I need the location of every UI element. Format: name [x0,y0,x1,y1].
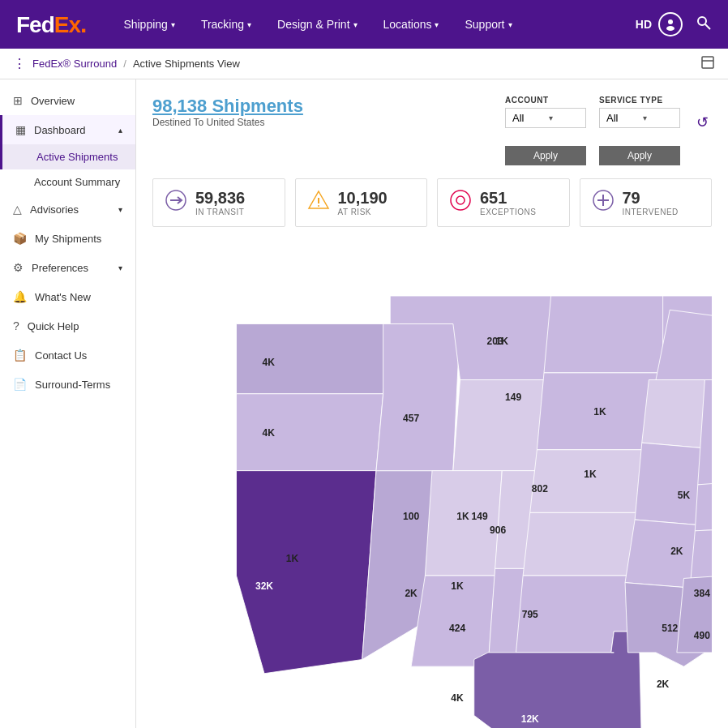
service-type-filter-group: SERVICE TYPE All ▾ Apply [599,96,680,165]
svg-text:2K: 2K [405,588,418,599]
intervened-info: 79 INTERVENED [623,189,679,216]
fedex-logo[interactable]: FedEx. [16,11,86,38]
user-initials: HD [636,18,652,31]
account-filter-select[interactable]: All ▾ [505,108,586,128]
user-menu[interactable]: HD [636,12,683,36]
svg-text:5K: 5K [678,490,691,501]
svg-text:795: 795 [522,609,538,620]
svg-text:4K: 4K [451,692,464,704]
intervened-number: 79 [623,189,679,208]
sidebar-item-active-shipments[interactable]: Active Shipments [0,144,135,169]
breadcrumb: ⋮ FedEx® Surround / Active Shipments Vie… [0,49,728,79]
svg-text:1K: 1K [286,553,299,564]
risk-number: 10,190 [338,189,388,208]
svg-text:906: 906 [490,525,506,536]
sidebar-item-contact-us[interactable]: 📋 Contact Us [0,340,135,370]
sidebar-item-label: Contact Us [35,349,87,362]
sidebar-item-surround-terms[interactable]: 📄 Surround-Terms [0,370,135,399]
svg-text:1K: 1K [496,336,509,347]
service-type-filter-select[interactable]: All ▾ [599,108,680,128]
sidebar-item-label: My Shipments [35,233,101,245]
account-apply-button[interactable]: Apply [505,146,586,165]
svg-point-11 [451,191,470,210]
svg-text:149: 149 [472,511,488,522]
breadcrumb-app-link[interactable]: FedEx® Surround [32,58,117,70]
chevron-down-icon: ▾ [549,113,579,122]
user-avatar-circle [658,12,683,36]
svg-point-12 [456,196,465,204]
sidebar-item-label: What's New [35,291,91,303]
svg-point-1 [666,26,674,31]
nav-shipping[interactable]: Shipping ▾ [110,0,188,49]
sidebar-subitem-label: Account Summary [34,176,120,188]
service-type-filter-label: SERVICE TYPE [599,96,680,105]
shipment-subtitle: Destined To United States [152,117,505,128]
main-content: 98,138 Shipments Destined To United Stat… [136,79,728,728]
svg-point-10 [318,205,319,207]
sidebar-item-label: Advisories [30,203,79,216]
svg-text:424: 424 [449,623,465,634]
breadcrumb-current-page: Active Shipments View [133,58,240,70]
exception-icon [449,189,472,216]
nav-tracking[interactable]: Tracking ▾ [188,0,264,49]
chevron-down-icon: ▾ [353,20,358,29]
stat-exceptions[interactable]: 651 EXCEPTIONS [437,178,570,227]
shipment-count[interactable]: 98,138 Shipments [152,96,505,117]
sidebar-item-my-shipments[interactable]: 📦 My Shipments [0,224,135,253]
sidebar-item-overview[interactable]: ⊞ Overview [0,86,135,115]
sidebar-item-advisories[interactable]: △ Advisories ▾ [0,195,135,224]
breadcrumb-action-icon[interactable] [700,55,715,72]
content-header: 98,138 Shipments Destined To United Stat… [152,96,712,165]
nav-links: Shipping ▾ Tracking ▾ Design & Print ▾ L… [110,0,635,49]
sidebar-item-whats-new[interactable]: 🔔 What's New [0,282,135,311]
svg-text:1K: 1K [456,511,469,522]
transit-label: IN TRANSIT [195,208,245,216]
risk-info: 10,190 AT RISK [338,189,388,216]
svg-rect-4 [702,57,713,68]
breadcrumb-dots-icon[interactable]: ⋮ [13,56,26,71]
account-filter-label: ACCOUNT [505,96,586,105]
svg-text:32K: 32K [255,580,273,592]
svg-text:149: 149 [505,392,521,403]
logo-ex: Ex [54,12,80,37]
svg-point-2 [698,17,706,25]
account-filter-group: ACCOUNT All ▾ Apply [505,96,586,165]
overview-icon: ⊞ [13,94,23,107]
terms-icon: 📄 [13,378,27,391]
svg-text:1K: 1K [584,469,597,480]
service-type-apply-button[interactable]: Apply [599,146,680,165]
chevron-down-icon: ▾ [643,113,673,122]
svg-text:100: 100 [403,511,419,522]
sidebar-item-label: Overview [31,95,75,107]
chevron-up-icon: ▴ [118,126,122,135]
sidebar-item-dashboard[interactable]: ▦ Dashboard ▴ [0,115,135,144]
exceptions-info: 651 EXCEPTIONS [480,189,536,216]
svg-line-3 [705,24,710,29]
contact-icon: 📋 [13,349,27,362]
exceptions-number: 651 [480,189,536,208]
stat-in-transit[interactable]: 59,836 IN TRANSIT [152,178,285,227]
sidebar-item-quick-help[interactable]: ? Quick Help [0,311,135,340]
sidebar-item-label: Dashboard [34,124,86,136]
svg-text:384: 384 [694,588,710,599]
nav-locations[interactable]: Locations ▾ [370,0,452,49]
search-icon[interactable] [696,15,712,35]
sidebar-item-label: Preferences [32,262,88,274]
reset-filters-button[interactable]: ↺ [693,110,712,135]
svg-text:1K: 1K [451,580,464,592]
sidebar-item-preferences[interactable]: ⚙ Preferences ▾ [0,253,135,282]
svg-text:4K: 4K [262,427,275,439]
stat-intervened[interactable]: 79 INTERVENED [580,178,713,227]
service-type-filter-value: All [606,112,636,124]
nav-right: HD [636,12,712,36]
svg-point-0 [668,19,673,24]
stat-at-risk[interactable]: 10,190 AT RISK [295,178,428,227]
transit-icon [165,189,187,216]
filter-controls: ACCOUNT All ▾ Apply SERVICE TYPE All ▾ A… [505,96,712,165]
svg-text:2K: 2K [657,679,670,690]
nav-design-print[interactable]: Design & Print ▾ [264,0,370,49]
svg-text:12K: 12K [521,713,539,725]
top-navigation: FedEx. Shipping ▾ Tracking ▾ Design & Pr… [0,0,728,49]
nav-support[interactable]: Support ▾ [452,0,525,49]
sidebar-item-account-summary[interactable]: Account Summary [0,169,135,195]
